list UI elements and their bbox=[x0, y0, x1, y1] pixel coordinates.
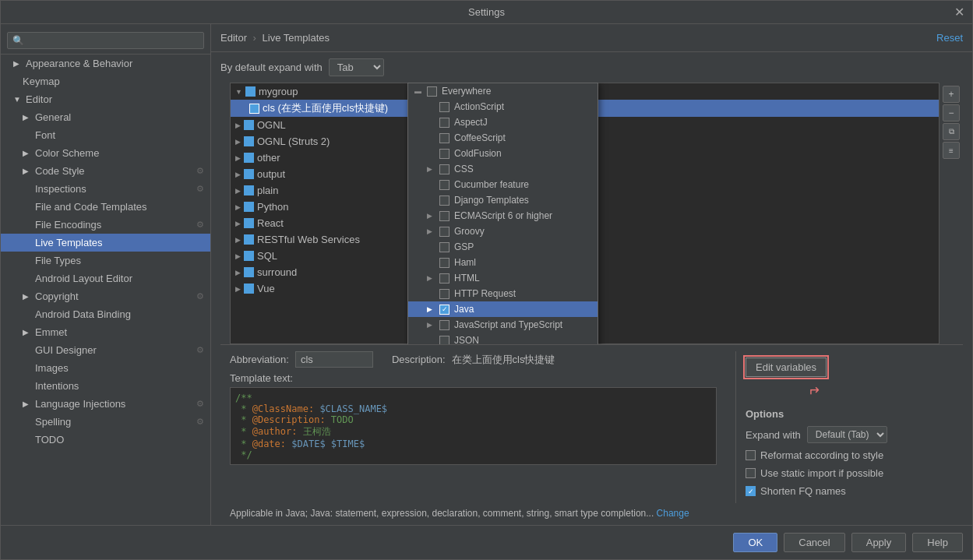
sidebar-item-file-types[interactable]: File Types bbox=[1, 252, 210, 269]
sidebar-item-keymap[interactable]: Keymap bbox=[1, 72, 210, 90]
dropdown-checkbox[interactable] bbox=[439, 102, 449, 112]
abbreviation-section: Abbreviation: Description: 在类上面使用cls快捷键 … bbox=[230, 351, 717, 465]
group-checkbox[interactable]: ✓ bbox=[244, 169, 254, 179]
dropdown-item-actionscript[interactable]: ActionScript bbox=[408, 99, 598, 114]
group-checkbox[interactable]: ✓ bbox=[244, 202, 254, 212]
dropdown-item-html[interactable]: ▶ HTML bbox=[408, 270, 598, 286]
group-checkbox[interactable]: ✓ bbox=[244, 136, 254, 146]
sidebar-item-color-scheme[interactable]: ▶ Color Scheme bbox=[1, 144, 210, 162]
dropdown-item-coldfusion[interactable]: ColdFusion bbox=[408, 146, 598, 161]
dropdown-checkbox[interactable] bbox=[439, 211, 449, 221]
expand-with-select[interactable]: Default (Tab) Tab Enter Space bbox=[807, 426, 887, 443]
dropdown-item-groovy[interactable]: ▶ Groovy bbox=[408, 224, 598, 239]
dropdown-item-ecmascript[interactable]: ▶ ECMAScript 6 or higher bbox=[408, 208, 598, 224]
dropdown-label-everywhere: Everywhere bbox=[442, 86, 491, 97]
sidebar-item-spelling[interactable]: Spelling ⚙ bbox=[1, 413, 210, 431]
sidebar-item-images[interactable]: Images bbox=[1, 359, 210, 377]
applicable-change-link[interactable]: Change bbox=[657, 508, 689, 519]
dropdown-checkbox[interactable] bbox=[439, 289, 449, 299]
sidebar-item-android-layout[interactable]: Android Layout Editor bbox=[1, 269, 210, 287]
sidebar-item-todo[interactable]: TODO bbox=[1, 431, 210, 449]
ok-button[interactable]: OK bbox=[733, 533, 777, 552]
dropdown-item-haml[interactable]: Haml bbox=[408, 255, 598, 270]
sidebar-item-language-injections[interactable]: ▶ Language Injections ⚙ bbox=[1, 395, 210, 413]
group-name: React bbox=[257, 217, 284, 229]
sidebar-item-emmet[interactable]: ▶ Emmet bbox=[1, 323, 210, 341]
search-input[interactable] bbox=[7, 32, 204, 49]
move-button[interactable]: ≡ bbox=[943, 142, 960, 159]
group-checkbox[interactable]: ✓ bbox=[244, 153, 254, 163]
dropdown-checkbox[interactable] bbox=[439, 180, 449, 190]
dropdown-item-coffeescript[interactable]: CoffeeScript bbox=[408, 130, 598, 146]
group-checkbox[interactable]: ✓ bbox=[244, 267, 254, 277]
dropdown-item-js[interactable]: ▶ JavaScript and TypeScript bbox=[408, 317, 598, 333]
abbr-input[interactable] bbox=[295, 351, 373, 368]
sidebar-item-general[interactable]: ▶ General bbox=[1, 108, 210, 126]
cancel-button[interactable]: Cancel bbox=[784, 533, 844, 552]
reformat-checkbox[interactable] bbox=[746, 450, 756, 460]
sidebar-item-label: Editor bbox=[26, 93, 52, 105]
sidebar-item-appearance[interactable]: ▶ Appearance & Behavior bbox=[1, 55, 210, 72]
sidebar-item-font[interactable]: Font bbox=[1, 126, 210, 144]
sidebar-item-inspections[interactable]: Inspections ⚙ bbox=[1, 180, 210, 198]
dropdown-checkbox[interactable] bbox=[439, 242, 449, 252]
dropdown-checkbox-java[interactable]: ✓ bbox=[439, 305, 449, 315]
sidebar-item-copyright[interactable]: ▶ Copyright ⚙ bbox=[1, 287, 210, 305]
dropdown-checkbox[interactable] bbox=[439, 273, 449, 284]
dropdown-item-everywhere[interactable]: ▬ Everywhere bbox=[408, 83, 598, 99]
dropdown-item-cucumber[interactable]: Cucumber feature bbox=[408, 177, 598, 192]
group-checkbox[interactable]: ✓ bbox=[244, 251, 254, 261]
dropdown-checkbox[interactable] bbox=[439, 195, 449, 206]
help-button[interactable]: Help bbox=[912, 533, 963, 552]
group-checkbox[interactable]: ✓ bbox=[244, 234, 254, 245]
dropdown-checkbox[interactable] bbox=[439, 320, 449, 330]
sidebar-item-code-style[interactable]: ▶ Code Style ⚙ bbox=[1, 162, 210, 180]
dropdown-item-django[interactable]: Django Templates bbox=[408, 192, 598, 208]
apply-button[interactable]: Apply bbox=[851, 533, 907, 552]
remove-button[interactable]: − bbox=[943, 104, 960, 122]
dropdown-checkbox[interactable] bbox=[439, 227, 449, 237]
expand-select[interactable]: Tab Enter Space bbox=[329, 58, 384, 76]
dropdown-checkbox-everywhere[interactable] bbox=[427, 86, 437, 97]
dropdown-item-aspectj[interactable]: AspectJ bbox=[408, 114, 598, 130]
expand-bar: By default expand with Tab Enter Space bbox=[211, 52, 972, 83]
close-button[interactable]: ✕ bbox=[954, 6, 964, 19]
sidebar-item-live-templates[interactable]: Live Templates bbox=[1, 234, 210, 252]
expand-arrow-icon: ▶ bbox=[235, 203, 241, 211]
dropdown-item-css[interactable]: ▶ CSS bbox=[408, 161, 598, 177]
dropdown-item-java[interactable]: ▶ ✓ Java bbox=[408, 301, 598, 317]
edit-variables-button[interactable]: Edit variables bbox=[746, 357, 827, 377]
dropdown-item-http[interactable]: HTTP Request bbox=[408, 286, 598, 301]
expand-icon: ▶ bbox=[427, 274, 435, 282]
dropdown-checkbox[interactable] bbox=[439, 336, 449, 345]
shorten-fq-checkbox[interactable]: ✓ bbox=[746, 486, 756, 496]
group-checkbox-ognl[interactable]: ✓ bbox=[244, 120, 254, 130]
static-import-checkbox[interactable] bbox=[746, 468, 756, 478]
dropdown-label: Haml bbox=[454, 257, 476, 268]
dropdown-checkbox[interactable] bbox=[439, 133, 449, 143]
dropdown-checkbox[interactable] bbox=[439, 118, 449, 128]
sidebar-item-intentions[interactable]: Intentions bbox=[1, 377, 210, 395]
group-checkbox[interactable]: ✓ bbox=[244, 185, 254, 195]
sidebar-item-android-data-binding[interactable]: Android Data Binding bbox=[1, 305, 210, 323]
template-code[interactable]: /** * @ClassName: $CLASS_NAME$ * @Descri… bbox=[230, 387, 717, 465]
reset-link[interactable]: Reset bbox=[936, 32, 963, 44]
dropdown-item-gsp[interactable]: GSP bbox=[408, 239, 598, 255]
add-button[interactable]: + bbox=[943, 86, 960, 103]
sidebar-item-editor[interactable]: ▼ Editor bbox=[1, 90, 210, 108]
option-row-reformat: Reformat according to style bbox=[746, 449, 944, 461]
group-checkbox-mygroup[interactable]: ✓ bbox=[245, 86, 256, 97]
dropdown-checkbox[interactable] bbox=[439, 149, 449, 159]
copy-button[interactable]: ⧉ bbox=[943, 123, 960, 140]
template-checkbox-cls[interactable]: ✓ bbox=[249, 104, 259, 114]
sidebar-item-label: Keymap bbox=[23, 76, 60, 87]
dropdown-checkbox[interactable] bbox=[439, 258, 449, 268]
sidebar-item-file-code-templates[interactable]: File and Code Templates bbox=[1, 198, 210, 216]
sidebar-item-gui-designer[interactable]: GUI Designer ⚙ bbox=[1, 341, 210, 359]
sidebar-item-file-encodings[interactable]: File Encodings ⚙ bbox=[1, 216, 210, 234]
dropdown-checkbox[interactable] bbox=[439, 164, 449, 174]
group-checkbox[interactable]: ✓ bbox=[244, 284, 254, 294]
group-checkbox[interactable]: ✓ bbox=[244, 218, 254, 228]
sidebar-item-label: Live Templates bbox=[35, 237, 102, 248]
dropdown-item-json[interactable]: JSON bbox=[408, 333, 598, 344]
